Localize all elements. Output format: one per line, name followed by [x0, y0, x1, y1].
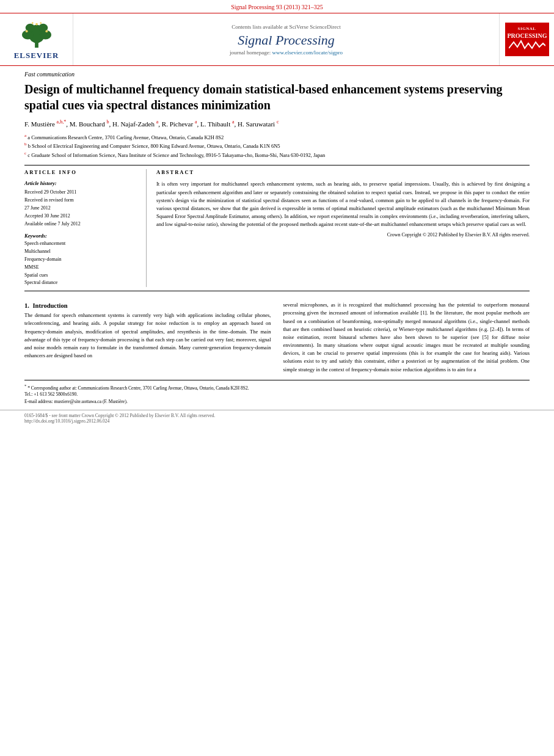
keyword-6: Spectral distance [24, 279, 136, 287]
body-columns: 1. Introduction The demand for speech en… [24, 301, 530, 374]
section1-text-left: The demand for speech enhancement system… [24, 311, 271, 360]
keyword-1: Speech enhancement [24, 240, 136, 248]
copyright-line: Crown Copyright © 2012 Published by Else… [156, 232, 530, 238]
sciverse-text: Contents lists available at SciVerse Sci… [231, 24, 341, 30]
footnote-tel: Tel.: +1 613 562 5800x6190. [24, 391, 530, 398]
bottom-bar: 0165-1684/$ - see front matter Crown Cop… [0, 410, 554, 426]
footnote-corresponding-text: * Corresponding author at: Communication… [27, 385, 249, 390]
svg-point-11 [40, 22, 42, 24]
homepage-line: journal homepage: www.elsevier.com/locat… [230, 49, 343, 56]
abstract-header: ABSTRACT [156, 169, 530, 175]
article-title: Design of multichannel frequency domain … [0, 79, 554, 118]
badge-main: PROCESSING [508, 32, 547, 40]
keywords-label: Keywords: [24, 233, 136, 239]
body-col-right: several microphones, as it is recognized… [283, 301, 530, 374]
keyword-5: Spatial cues [24, 272, 136, 280]
body-content: 1. Introduction The demand for speech en… [0, 295, 554, 374]
homepage-label: journal homepage: [230, 49, 271, 56]
section1-title: 1. Introduction [24, 302, 271, 309]
available-online: Available online 7 July 2012 [24, 220, 136, 228]
article-info-header: ARTICLE INFO [24, 169, 136, 175]
journal-badge-area: SIGNAL PROCESSING [499, 13, 554, 65]
section1-number: 1. [24, 302, 29, 309]
badge-top: SIGNAL [508, 26, 547, 32]
received-revised-date: 27 June 2012 [24, 205, 136, 213]
section1-title-text: Introduction [33, 302, 68, 309]
affiliation-b: b b School of Electrical Engineering and… [24, 141, 530, 150]
signal-processing-badge: SIGNAL PROCESSING [505, 23, 549, 56]
elsevier-tree-icon [15, 18, 58, 49]
journal-header: ELSEVIER Contents lists available at Sci… [0, 13, 554, 66]
elsevier-brand: ELSEVIER [14, 51, 59, 60]
citation-bar: Signal Processing 93 (2013) 321–325 [0, 0, 554, 13]
footnote-bar: * * Corresponding author at: Communicati… [24, 380, 530, 405]
page: Signal Processing 93 (2013) 321–325 [0, 0, 554, 756]
svg-point-7 [25, 30, 27, 32]
svg-point-9 [35, 23, 38, 26]
divider-1 [24, 165, 530, 165]
journal-info-center: Contents lists available at SciVerse Sci… [73, 13, 499, 65]
abstract-text: It is often very important for multichan… [156, 180, 530, 228]
keyword-4: MMSE [24, 264, 136, 272]
footnote-email: E-mail address: mustiere@site.uottawa.ca… [24, 398, 530, 405]
abstract-column: ABSTRACT It is often very important for … [147, 169, 530, 287]
affiliation-c: c c Graduate School of Information Scien… [24, 150, 530, 159]
fast-communication-label: Fast communication [0, 66, 554, 79]
homepage-url: www.elsevier.com/locate/sigpro [272, 49, 343, 56]
keyword-2: Multichannel [24, 248, 136, 256]
accepted: Accepted 30 June 2012 [24, 213, 136, 220]
wave-icon [509, 40, 545, 51]
received-revised-label: Received in revised form [24, 197, 136, 205]
keyword-3: Frequency-domain [24, 256, 136, 264]
article-info-column: ARTICLE INFO Article history: Received 2… [24, 169, 147, 287]
authors-line: F. Mustière a,b,*, M. Bouchard b, H. Naj… [0, 118, 554, 129]
article-abstract-columns: ARTICLE INFO Article history: Received 2… [0, 169, 554, 287]
sciverse-line: Contents lists available at SciVerse Sci… [231, 24, 341, 30]
divider-2 [24, 291, 530, 291]
svg-point-10 [31, 22, 33, 24]
body-col-left: 1. Introduction The demand for speech en… [24, 301, 271, 374]
section1-text-right: several microphones, as it is recognized… [283, 301, 530, 374]
elsevier-logo-area: ELSEVIER [0, 13, 73, 65]
footnote-corresponding: * * Corresponding author at: Communicati… [24, 383, 530, 391]
received-1: Received 29 October 2011 [24, 189, 136, 197]
citation-text: Signal Processing 93 (2013) 321–325 [231, 4, 323, 10]
svg-point-8 [45, 30, 48, 32]
affiliation-a: a a Communications Research Centre, 3701… [24, 133, 530, 142]
doi-text: http://dx.doi.org/10.1016/j.sigpro.2012.… [24, 418, 530, 424]
history-label: Article history: [24, 180, 136, 186]
authors-text: F. Mustière a,b,*, M. Bouchard b, H. Naj… [24, 120, 279, 128]
issn-text: 0165-1684/$ - see front matter Crown Cop… [24, 413, 530, 418]
journal-title-header: Signal Processing [238, 32, 335, 48]
affiliations-block: a a Communications Research Centre, 3701… [0, 129, 554, 162]
section1-col1-text: The demand for speech enhancement system… [24, 312, 271, 358]
section1-col2-text: several microphones, as it is recognized… [283, 302, 530, 372]
